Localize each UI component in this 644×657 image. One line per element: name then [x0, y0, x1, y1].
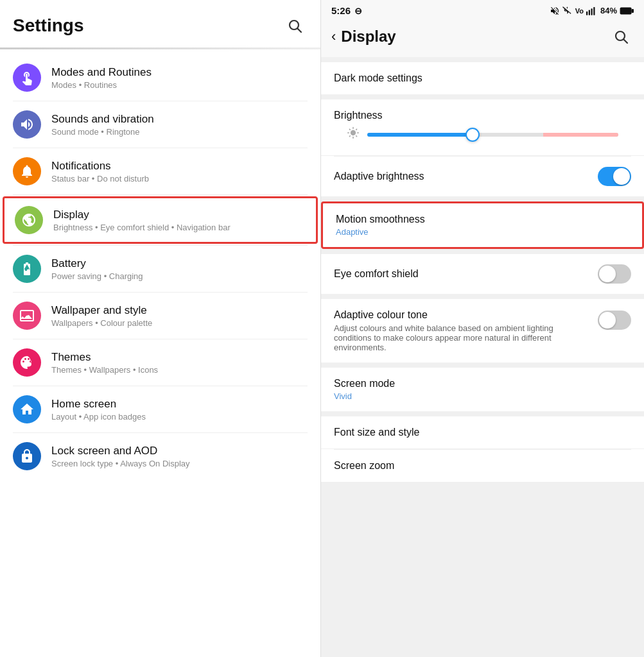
status-bar: 5:26 ⊖ Vo 84%	[321, 0, 644, 19]
svg-rect-5	[591, 8, 592, 15]
screen-mode-value: Vivid	[334, 391, 631, 401]
right-panel: 5:26 ⊖ Vo 84% ‹ Display Dark	[321, 0, 644, 657]
slider-fill-blue	[367, 133, 473, 137]
wallpaper-title: Wallpaper and style	[51, 304, 308, 317]
adaptive-colour-section: Adaptive colour tone Adjust colours and …	[321, 299, 644, 363]
font-section: Font size and style Screen zoom	[321, 416, 644, 482]
screen-mode-section: Screen mode Vivid	[321, 368, 644, 411]
svg-rect-7	[620, 7, 632, 14]
settings-item-sounds[interactable]: Sounds and vibration Sound mode • Ringto…	[0, 101, 320, 148]
motion-smoothness-value: Adaptive	[336, 227, 629, 237]
status-time: 5:26 ⊖	[331, 5, 362, 16]
back-button[interactable]: ‹	[331, 28, 336, 45]
dark-mode-item[interactable]: Dark mode settings	[321, 62, 644, 94]
brightness-item[interactable]: Brightness	[321, 99, 644, 156]
themes-title: Themes	[51, 351, 308, 364]
themes-text: Themes Themes • Wallpapers • Icons	[51, 351, 308, 375]
display-icon	[15, 206, 43, 234]
modes-title: Modes and Routines	[51, 66, 308, 79]
settings-title: Settings	[13, 15, 83, 36]
battery-subtitle: Power saving • Charging	[51, 271, 308, 281]
settings-item-notifications[interactable]: Notifications Status bar • Do not distur…	[0, 148, 320, 194]
settings-item-themes[interactable]: Themes Themes • Wallpapers • Icons	[0, 339, 320, 386]
wallpaper-icon	[13, 302, 41, 330]
brightness-slider[interactable]	[367, 133, 618, 137]
toggle-thumb-colour	[599, 312, 616, 328]
slider-fill-pink	[543, 133, 618, 137]
display-page-title: Display	[341, 28, 396, 46]
right-content: Dark mode settings Brightness	[321, 57, 644, 657]
motion-smoothness-item[interactable]: Motion smoothness Adaptive	[323, 203, 642, 247]
settings-item-homescreen[interactable]: Home screen Layout • App icon badges	[0, 386, 320, 432]
left-header: Settings	[0, 0, 320, 45]
settings-search-button[interactable]	[282, 13, 308, 38]
svg-rect-8	[632, 9, 634, 12]
themes-icon	[13, 348, 41, 377]
homescreen-subtitle: Layout • App icon badges	[51, 412, 308, 422]
adaptive-colour-toggle[interactable]	[598, 311, 631, 330]
battery-title: Battery	[51, 257, 308, 270]
screen-zoom-label: Screen zoom	[334, 460, 631, 472]
homescreen-icon	[13, 395, 41, 423]
brightness-label: Brightness	[334, 110, 631, 121]
adaptive-brightness-item[interactable]: Adaptive brightness	[321, 157, 644, 196]
screen-mode-label: Screen mode	[334, 378, 631, 389]
adaptive-colour-item[interactable]: Adaptive colour tone Adjust colours and …	[321, 299, 644, 363]
brightness-sun-icon	[347, 126, 360, 142]
left-panel: Settings Modes and Routines Modes • Rout…	[0, 0, 321, 657]
themes-subtitle: Themes • Wallpapers • Icons	[51, 365, 308, 375]
eye-comfort-item[interactable]: Eye comfort shield	[321, 254, 644, 294]
right-header: ‹ Display	[321, 19, 644, 57]
svg-rect-3	[586, 11, 587, 15]
right-header-left: ‹ Display	[331, 28, 396, 46]
eye-comfort-row: Eye comfort shield	[334, 264, 631, 284]
lockscreen-title: Lock screen and AOD	[51, 445, 308, 457]
adaptive-brightness-toggle[interactable]	[598, 167, 631, 186]
dark-mode-section: Dark mode settings	[321, 62, 644, 94]
screen-mode-item[interactable]: Screen mode Vivid	[321, 368, 644, 411]
settings-item-wallpaper[interactable]: Wallpaper and style Wallpapers • Colour …	[0, 293, 320, 339]
dark-mode-title: Dark mode settings	[334, 73, 631, 84]
toggle-thumb	[613, 168, 630, 185]
lockscreen-subtitle: Screen lock type • Always On Display	[51, 459, 308, 468]
adaptive-colour-title: Adaptive colour tone	[334, 309, 590, 321]
display-title: Display	[53, 209, 306, 221]
motion-smoothness-label: Motion smoothness	[336, 214, 629, 225]
lockscreen-text: Lock screen and AOD Screen lock type • A…	[51, 445, 308, 468]
brightness-section: Brightness Adaptive brightness	[321, 99, 644, 196]
sounds-subtitle: Sound mode • Ringtone	[51, 127, 308, 137]
status-icons: Vo 84%	[550, 6, 634, 16]
toggle-thumb-eye	[599, 266, 616, 282]
eye-comfort-toggle[interactable]	[598, 264, 631, 284]
homescreen-text: Home screen Layout • App icon badges	[51, 398, 308, 422]
slider-thumb[interactable]	[466, 128, 480, 142]
svg-line-1	[298, 29, 302, 33]
svg-rect-4	[589, 10, 590, 15]
settings-item-battery[interactable]: Battery Power saving • Charging	[0, 246, 320, 292]
modes-subtitle: Modes • Routines	[51, 80, 308, 90]
motion-smoothness-section: Motion smoothness Adaptive	[321, 201, 644, 249]
sounds-icon	[13, 110, 41, 139]
settings-item-display[interactable]: Display Brightness • Eye comfort shield …	[3, 196, 318, 244]
eye-comfort-label: Eye comfort shield	[334, 268, 419, 280]
battery-text: Battery Power saving • Charging	[51, 257, 308, 281]
adaptive-brightness-row: Adaptive brightness	[334, 167, 631, 186]
modes-text: Modes and Routines Modes • Routines	[51, 66, 308, 90]
adaptive-colour-desc: Adjust colours and white balance based o…	[334, 323, 590, 352]
screen-zoom-item[interactable]: Screen zoom	[321, 450, 644, 482]
wallpaper-text: Wallpaper and style Wallpapers • Colour …	[51, 304, 308, 328]
adaptive-brightness-label: Adaptive brightness	[334, 171, 424, 182]
settings-item-lockscreen[interactable]: Lock screen and AOD Screen lock type • A…	[0, 433, 320, 479]
battery-percentage: 84%	[600, 6, 617, 15]
wallpaper-subtitle: Wallpapers • Colour palette	[51, 318, 308, 328]
display-text: Display Brightness • Eye comfort shield …	[53, 209, 306, 232]
svg-rect-6	[593, 7, 595, 15]
adaptive-colour-text: Adaptive colour tone Adjust colours and …	[334, 309, 598, 352]
sounds-text: Sounds and vibration Sound mode • Ringto…	[51, 113, 308, 137]
font-size-item[interactable]: Font size and style	[321, 416, 644, 449]
notifications-text: Notifications Status bar • Do not distur…	[51, 160, 308, 183]
sounds-title: Sounds and vibration	[51, 113, 308, 126]
display-search-button[interactable]	[608, 24, 634, 49]
settings-list: Modes and Routines Modes • Routines Soun…	[0, 49, 320, 657]
settings-item-modes[interactable]: Modes and Routines Modes • Routines	[0, 55, 320, 101]
